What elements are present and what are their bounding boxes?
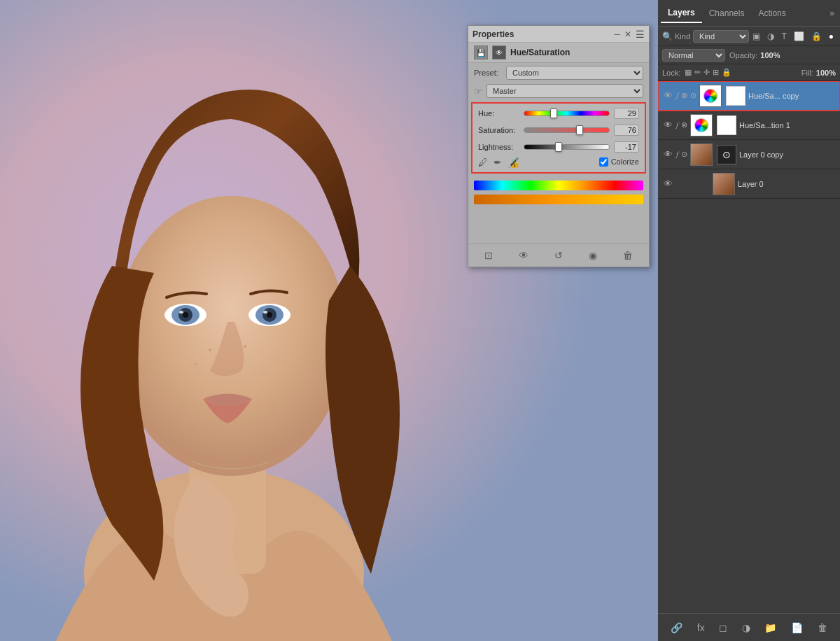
new-group-icon[interactable]: 📁 [762,621,779,635]
delete-layer-icon[interactable]: 🗑 [815,621,830,635]
lock-artboard-icon[interactable]: ⊞ [713,68,719,77]
tab-actions[interactable]: Actions [751,4,792,22]
tab-layers[interactable]: Layers [661,3,702,23]
adjustment-filter-icon[interactable]: ◑ [765,31,776,42]
lock-pixels-icon[interactable]: ✏ [694,68,701,77]
layer-link-icon-2[interactable]: 𝑓 [676,150,678,159]
lock-position-icon[interactable]: ✛ [704,68,710,77]
properties-title: Properties [472,29,614,39]
saturation-label: Saturation: [478,126,524,134]
layer-thumb-3 [713,173,735,195]
close-button[interactable]: ✕ [624,29,631,39]
layer-visibility-2[interactable]: 👁 [662,149,673,160]
preset-select[interactable]: Custom Default Cyanotype Sepia [506,66,643,80]
layer-mask-thumb-1 [717,115,736,135]
saturation-row: Saturation: [478,125,639,136]
opacity-value[interactable]: 100% [760,51,780,59]
fill-value[interactable]: 100% [816,69,836,77]
fill-label: Fill: [802,69,813,77]
layers-list: 👁 𝑓 ⊗ ⊙ Hue/Sa... copy 👁 𝑓 ⊗ Hue/Sa...ti… [658,81,840,347]
layer-row-1[interactable]: 👁 𝑓 ⊗ Hue/Sa...tion 1 [658,111,840,140]
lightness-thumb[interactable] [555,142,562,152]
tools-colorize-row: 🖊 ✒ 🔏 Colorize [478,155,639,168]
layers-bottom-toolbar: 🔗 fx ◻ ◑ 📁 📄 🗑 [658,613,840,641]
layer-link-icon-0[interactable]: 𝑓 [676,91,678,100]
filter-label: Kind [675,32,690,41]
layer-chain-icon-2[interactable]: ⊙ [681,150,687,159]
hue-value[interactable] [614,108,639,119]
delete-adjustment-icon[interactable]: 🗑 [623,250,633,261]
layer-blending-icon-1[interactable]: ⊗ [681,120,687,129]
layer-row-0[interactable]: 👁 𝑓 ⊗ ⊙ Hue/Sa... copy [658,81,840,111]
clip-to-layer-icon[interactable]: ⊡ [484,250,493,261]
layer-name-1[interactable]: Hue/Sa...tion 1 [739,121,836,129]
fill-section: Fill: 100% [802,69,836,77]
lightness-label: Lightness: [478,143,524,151]
saturation-thumb[interactable] [576,125,583,135]
layer-thumb-2 [690,143,713,166]
text-filter-icon[interactable]: T [779,31,788,42]
layer-mask-thumb-2: ⊙ [717,145,736,164]
panel-menu-button[interactable]: ☰ [636,29,645,40]
saturation-track [524,127,610,133]
colorize-label: Colorize [611,157,639,166]
lightness-row: Lightness: [478,141,639,153]
opacity-label: Opacity: [729,51,757,59]
channel-hand-icon: ☞ [474,86,482,97]
toggle-visibility-icon[interactable]: 👁 [519,250,528,261]
filter-select[interactable]: Kind Name Effect Mode [693,30,749,43]
layer-visibility-0[interactable]: 👁 [662,90,673,101]
saturation-slider-track[interactable] [524,125,610,135]
new-fill-adjustment-icon[interactable]: ◑ [739,621,753,635]
lightness-value[interactable] [614,141,639,153]
blend-mode-row: Normal Multiply Screen Overlay Opacity: … [658,46,840,64]
filter-toggle[interactable]: ● [827,31,836,42]
hue-thumb[interactable] [550,108,557,118]
properties-bottom-toolbar: ⊡ 👁 ↺ ◉ 🗑 [468,244,649,267]
svg-point-12 [267,312,272,318]
pixel-filter-icon[interactable]: ▣ [750,31,762,42]
layer-name-3[interactable]: Layer 0 [738,180,836,188]
panel-expand-icon[interactable]: » [827,6,837,21]
layer-chain-icon-0[interactable]: ⊙ [690,91,696,100]
layer-visibility-3[interactable]: 👁 [662,178,673,189]
new-layer-icon[interactable]: 📄 [788,621,806,635]
visibility-toggle[interactable]: 👁 [492,45,506,59]
layers-empty-space [658,347,840,613]
layer-blending-icon-0[interactable]: ⊗ [681,91,687,100]
eyedropper-icon-3[interactable]: 🔏 [507,157,519,168]
layer-thumb-1 [690,114,713,136]
layer-link-icon-1[interactable]: 𝑓 [676,120,678,129]
tab-channels[interactable]: Channels [702,4,752,22]
hue-slider-track[interactable] [524,108,610,118]
reset-adjustment-icon[interactable]: ↺ [554,250,563,261]
layer-row-3[interactable]: 👁 Layer 0 [658,169,840,199]
add-mask-icon[interactable]: ◻ [716,621,730,635]
eyedropper-icon-2[interactable]: ✒ [493,157,502,168]
layer-row-2[interactable]: 👁 𝑓 ⊙ ⊙ Layer 0 copy [658,140,840,169]
layer-name-0[interactable]: Hue/Sa... copy [748,92,836,100]
save-icon[interactable]: 💾 [474,45,488,59]
minimize-button[interactable]: ─ [614,29,620,39]
lock-all-icon[interactable]: 🔒 [722,68,732,77]
eyedropper-icon-1[interactable]: 🖊 [478,157,488,168]
lock-row: Lock: ▦ ✏ ✛ ⊞ 🔒 Fill: 100% [658,64,840,81]
smart-filter-icon[interactable]: 🔒 [809,31,824,42]
layer-mask-thumb-0 [726,86,746,106]
view-previous-icon[interactable]: ◉ [589,250,597,261]
lock-transparent-icon[interactable]: ▦ [685,68,692,77]
link-layers-icon[interactable]: 🔗 [668,621,685,635]
properties-panel: Properties ─ ✕ ☰ 💾 👁 Hue/Saturation Pres… [468,25,650,267]
channel-select[interactable]: Master Reds Yellows Greens Cyans Blues M… [486,84,643,98]
adjustment-icon-row: 💾 👁 Hue/Saturation [468,43,649,63]
layer-name-2[interactable]: Layer 0 copy [739,150,836,159]
layer-visibility-1[interactable]: 👁 [662,120,673,130]
saturation-value[interactable] [614,125,639,136]
eyedropper-row: 🖊 ✒ 🔏 [478,157,519,168]
fx-icon[interactable]: fx [694,621,708,635]
blend-mode-select[interactable]: Normal Multiply Screen Overlay [662,49,725,62]
lightness-slider-track[interactable] [524,142,610,152]
colorize-checkbox[interactable] [599,157,608,167]
shape-filter-icon[interactable]: ⬜ [792,31,806,42]
colorize-row: Colorize [599,157,639,167]
